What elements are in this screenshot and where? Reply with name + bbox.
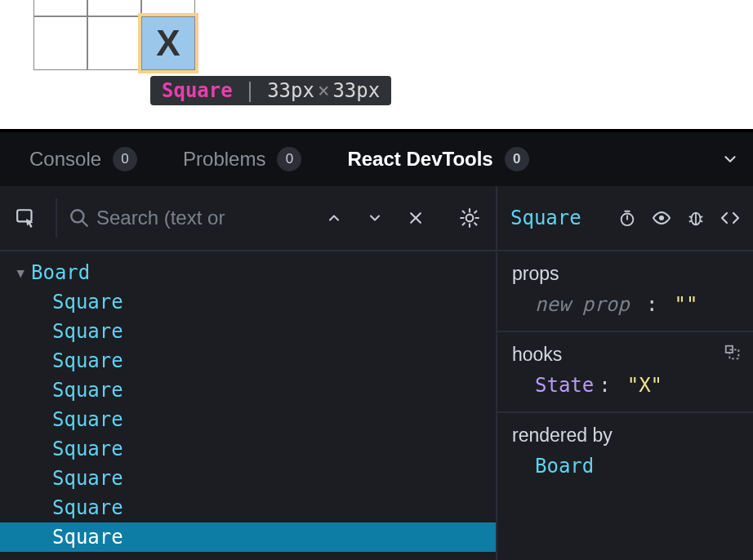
search-clear-button[interactable] <box>398 200 434 236</box>
tree-label: Square <box>52 408 123 431</box>
inspector-component-name: Square <box>510 207 606 229</box>
tab-label: Console <box>29 148 101 171</box>
log-to-console-button[interactable] <box>686 208 706 228</box>
badge: 0 <box>505 147 529 171</box>
components-toolbar <box>0 186 496 251</box>
tree-row-square[interactable]: Square <box>0 434 496 464</box>
rendered-by-link[interactable]: Board <box>512 455 738 478</box>
svg-rect-13 <box>729 349 738 358</box>
inspector-header: Square <box>497 186 753 251</box>
badge: 0 <box>113 147 137 171</box>
inspect-dom-button[interactable] <box>652 208 671 228</box>
app-viewport: X Square | 33px×33px <box>0 0 753 132</box>
tree-label: Square <box>52 349 123 372</box>
tooltip-dimensions: 33px×33px <box>267 79 380 102</box>
tab-problems[interactable]: Problems 0 <box>160 132 324 186</box>
svg-point-6 <box>659 216 664 220</box>
tree-row-square[interactable]: Square <box>0 376 496 405</box>
board-cell[interactable] <box>87 16 141 70</box>
tree-row-square[interactable]: Square <box>0 405 496 434</box>
caret-down-icon: ▾ <box>15 261 31 284</box>
tab-console[interactable]: Console 0 <box>7 132 160 186</box>
colon: : <box>599 374 610 397</box>
tree-label: Square <box>52 291 123 313</box>
stopwatch-icon <box>618 209 636 227</box>
new-prop-value: "" <box>675 293 698 316</box>
new-prop-row[interactable]: new prop : "" <box>512 293 738 316</box>
inspector-header-actions <box>617 208 740 228</box>
tab-label: React DevTools <box>347 148 492 171</box>
devtools-panel: Console 0 Problems 0 React DevTools 0 <box>0 132 753 560</box>
tree-label: Square <box>52 526 123 549</box>
tree-label: Board <box>31 261 90 284</box>
hook-value: "X" <box>627 374 662 397</box>
inspect-icon <box>16 207 37 229</box>
section-title: props <box>512 263 738 285</box>
chevron-up-icon <box>326 210 342 226</box>
tree-label: Square <box>52 467 123 490</box>
tooltip-width: 33px <box>267 79 314 102</box>
chevron-down-icon <box>721 150 739 168</box>
board-cell[interactable] <box>33 16 87 70</box>
board-cell[interactable] <box>33 0 87 16</box>
section-title: rendered by <box>512 424 738 447</box>
rendered-by-section: rendered by Board <box>497 413 753 492</box>
tree-row-board[interactable]: ▾Board <box>0 258 496 287</box>
tooltip-height: 33px <box>332 79 380 102</box>
parse-hooks-button[interactable] <box>724 344 742 362</box>
tree-row-square[interactable]: Square <box>0 317 496 346</box>
devtools-main: ▾BoardSquareSquareSquareSquareSquareSqua… <box>0 186 753 560</box>
tree-row-square[interactable]: Square <box>0 464 496 493</box>
svg-line-2 <box>82 220 87 226</box>
chevron-down-icon <box>367 210 383 226</box>
close-icon <box>408 210 424 226</box>
search-icon <box>69 207 90 229</box>
tab-label: Problems <box>183 148 265 171</box>
tree-row-square[interactable]: Square <box>0 287 496 317</box>
inspect-element-button[interactable] <box>8 200 44 236</box>
toolbar-divider <box>56 198 57 238</box>
search-nav <box>316 200 434 236</box>
inspect-tooltip: Square | 33px×33px <box>150 76 391 105</box>
search-prev-button[interactable] <box>316 200 352 236</box>
section-title: hooks <box>512 344 738 366</box>
view-source-button[interactable] <box>720 208 740 228</box>
hook-state-row[interactable]: State: "X" <box>512 374 738 397</box>
board-cell-selected[interactable]: X <box>141 16 195 70</box>
suspend-button[interactable] <box>617 208 637 228</box>
bug-icon <box>687 209 705 227</box>
svg-line-12 <box>701 221 703 222</box>
badge: 0 <box>277 147 301 171</box>
search-wrap <box>69 207 310 229</box>
tree-row-square[interactable]: Square <box>0 522 496 552</box>
tree-label: Square <box>52 379 123 402</box>
settings-button[interactable] <box>452 200 488 236</box>
hooks-section: hooks State: "X" <box>497 332 753 413</box>
tree-row-square[interactable]: Square <box>0 346 496 376</box>
board-cell[interactable] <box>87 0 141 16</box>
search-input[interactable] <box>96 207 252 229</box>
component-tree[interactable]: ▾BoardSquareSquareSquareSquareSquareSqua… <box>0 251 496 560</box>
tictactoe-board: X <box>33 0 195 70</box>
new-prop-key: new prop <box>535 293 630 316</box>
tabbar-overflow-button[interactable] <box>714 150 746 168</box>
tree-label: Square <box>52 438 123 460</box>
tab-react-devtools[interactable]: React DevTools 0 <box>324 132 551 186</box>
svg-rect-0 <box>17 210 31 221</box>
tree-label: Square <box>52 496 123 519</box>
gear-icon <box>459 207 480 229</box>
tooltip-times: × <box>314 79 332 102</box>
tooltip-separator: | <box>244 79 256 102</box>
code-icon <box>720 208 740 228</box>
props-section: props new prop : "" <box>497 251 753 332</box>
devtools-tabbar: Console 0 Problems 0 React DevTools 0 <box>0 132 753 186</box>
search-next-button[interactable] <box>357 200 393 236</box>
components-pane: ▾BoardSquareSquareSquareSquareSquareSqua… <box>0 186 497 560</box>
tooltip-component-name: Square <box>162 79 233 102</box>
expand-icon <box>724 344 742 362</box>
hook-key: State <box>535 374 594 397</box>
svg-line-11 <box>689 221 692 222</box>
board-cell[interactable] <box>141 0 195 16</box>
tree-row-square[interactable]: Square <box>0 493 496 522</box>
tree-label: Square <box>52 320 123 343</box>
